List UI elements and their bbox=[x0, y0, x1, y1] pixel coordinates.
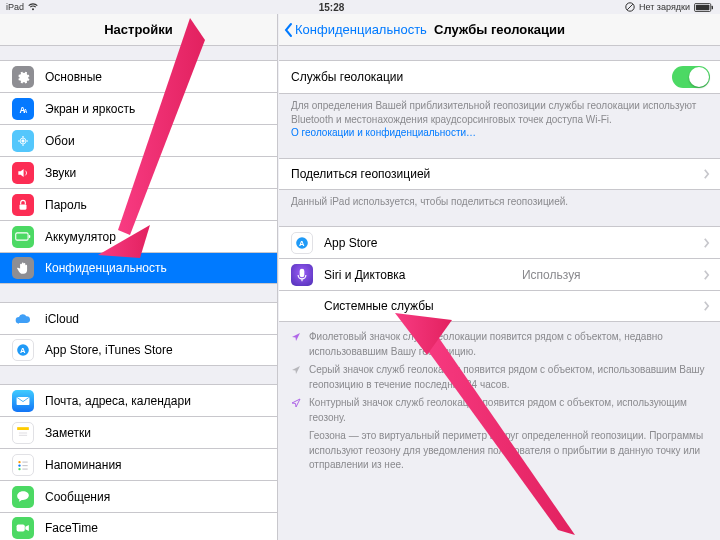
wallpaper-icon bbox=[16, 134, 30, 148]
share-footer: Данный iPad используется, чтобы поделить… bbox=[279, 190, 720, 209]
app-row-appstore[interactable]: A App Store bbox=[279, 226, 720, 258]
location-switch[interactable] bbox=[672, 66, 710, 88]
sidebar-group-device: Основные AA Экран и яркость Обои Звуки П… bbox=[0, 60, 277, 284]
sidebar-item-label: Аккумулятор bbox=[45, 230, 116, 244]
status-bar: iPad 15:28 Нет зарядки bbox=[0, 0, 720, 14]
svg-point-23 bbox=[18, 460, 20, 462]
location-services-toggle-row[interactable]: Службы геолокации bbox=[279, 60, 720, 94]
appstore-icon: A bbox=[16, 343, 30, 357]
svg-point-11 bbox=[18, 140, 20, 142]
svg-rect-4 bbox=[696, 4, 710, 9]
wifi-icon bbox=[28, 3, 38, 11]
sidebar-item-mail[interactable]: Почта, адреса, календари bbox=[0, 384, 277, 416]
svg-rect-15 bbox=[29, 235, 30, 238]
svg-rect-20 bbox=[17, 430, 29, 439]
toggle-footer: Для определения Вашей приблизительной ге… bbox=[279, 94, 720, 140]
svg-rect-3 bbox=[712, 5, 713, 9]
svg-point-24 bbox=[18, 464, 20, 466]
back-label: Конфиденциальность bbox=[295, 22, 427, 37]
battery-icon bbox=[694, 3, 714, 12]
icloud-icon bbox=[15, 313, 31, 325]
sidebar-item-messages[interactable]: Сообщения bbox=[0, 480, 277, 512]
sidebar-item-sounds[interactable]: Звуки bbox=[0, 156, 277, 188]
svg-line-1 bbox=[627, 4, 633, 10]
sidebar-item-label: App Store, iTunes Store bbox=[45, 343, 173, 357]
detail-pane: Конфиденциальность Службы геолокации Слу… bbox=[279, 14, 720, 540]
not-charging-icon bbox=[625, 2, 635, 12]
sidebar-item-general[interactable]: Основные bbox=[0, 60, 277, 92]
toggle-label: Службы геолокации bbox=[291, 70, 403, 84]
sidebar-item-label: Почта, адреса, календари bbox=[45, 394, 191, 408]
facetime-icon bbox=[16, 523, 30, 533]
svg-point-25 bbox=[18, 467, 20, 469]
app-row-siri[interactable]: Siri и Диктовка Используя bbox=[279, 258, 720, 290]
share-location-group: Поделиться геопозицией bbox=[279, 158, 720, 190]
sidebar-item-label: Напоминания bbox=[45, 458, 122, 472]
sidebar-title: Настройки bbox=[104, 22, 173, 37]
svg-rect-29 bbox=[17, 525, 25, 532]
location-toggle-group: Службы геолокации bbox=[279, 60, 720, 94]
detail-title: Службы геолокации bbox=[434, 22, 565, 37]
sidebar-item-icloud[interactable]: iCloud bbox=[0, 302, 277, 334]
lock-icon bbox=[16, 198, 30, 212]
back-button[interactable]: Конфиденциальность bbox=[283, 22, 427, 38]
app-list-group: A App Store Siri и Диктовка Используя Си… bbox=[279, 226, 720, 322]
svg-rect-32 bbox=[300, 268, 305, 277]
chevron-right-icon bbox=[703, 300, 710, 312]
sidebar-item-label: Экран и яркость bbox=[45, 102, 135, 116]
notes-icon bbox=[16, 426, 30, 440]
svg-rect-14 bbox=[16, 233, 28, 240]
sidebar-item-appstore[interactable]: A App Store, iTunes Store bbox=[0, 334, 277, 366]
app-label: Siri и Диктовка bbox=[324, 268, 406, 282]
reminders-icon bbox=[16, 458, 30, 472]
gear-icon bbox=[16, 70, 30, 84]
sidebar-group-apps: Почта, адреса, календари Заметки Напомин… bbox=[0, 384, 277, 540]
brightness-icon: AA bbox=[16, 102, 30, 116]
settings-sidebar: Настройки Основные AA Экран и яркость Об… bbox=[0, 14, 278, 540]
charging-label: Нет зарядки bbox=[639, 2, 690, 12]
svg-text:A: A bbox=[24, 107, 28, 113]
sidebar-item-reminders[interactable]: Напоминания bbox=[0, 448, 277, 480]
sidebar-item-label: Обои bbox=[45, 134, 75, 148]
messages-icon bbox=[16, 490, 30, 503]
share-location-row[interactable]: Поделиться геопозицией bbox=[279, 158, 720, 190]
battery-item-icon bbox=[15, 232, 31, 241]
sidebar-item-notes[interactable]: Заметки bbox=[0, 416, 277, 448]
hand-icon bbox=[16, 261, 30, 275]
svg-point-10 bbox=[22, 144, 24, 146]
svg-point-8 bbox=[22, 139, 24, 141]
sidebar-item-label: Сообщения bbox=[45, 490, 110, 504]
sidebar-item-label: Звуки bbox=[45, 166, 76, 180]
siri-icon bbox=[297, 268, 307, 282]
sidebar-item-battery[interactable]: Аккумулятор bbox=[0, 220, 277, 252]
svg-point-9 bbox=[22, 136, 24, 138]
share-label: Поделиться геопозицией bbox=[291, 167, 430, 181]
sidebar-item-facetime[interactable]: FaceTime bbox=[0, 512, 277, 540]
detail-header: Конфиденциальность Службы геолокации bbox=[279, 14, 720, 46]
chevron-right-icon bbox=[703, 237, 710, 249]
clock: 15:28 bbox=[38, 2, 625, 13]
svg-text:A: A bbox=[20, 346, 26, 355]
location-arrow-purple-icon bbox=[291, 332, 301, 342]
sidebar-item-label: FaceTime bbox=[45, 521, 98, 535]
chevron-left-icon bbox=[283, 22, 293, 38]
sidebar-item-label: Основные bbox=[45, 70, 102, 84]
sidebar-item-privacy[interactable]: Конфиденциальность bbox=[0, 252, 277, 284]
chevron-right-icon bbox=[703, 269, 710, 281]
about-privacy-link[interactable]: О геолокации и конфиденциальности… bbox=[291, 127, 476, 138]
sidebar-group-account: iCloud A App Store, iTunes Store bbox=[0, 302, 277, 366]
device-label: iPad bbox=[6, 2, 24, 12]
app-status: Используя bbox=[522, 268, 581, 282]
sidebar-item-label: Пароль bbox=[45, 198, 87, 212]
sidebar-item-display[interactable]: AA Экран и яркость bbox=[0, 92, 277, 124]
svg-rect-19 bbox=[17, 427, 29, 430]
app-row-system-services[interactable]: Системные службы bbox=[279, 290, 720, 322]
mail-icon bbox=[16, 396, 30, 406]
sidebar-item-wallpaper[interactable]: Обои bbox=[0, 124, 277, 156]
chevron-right-icon bbox=[703, 168, 710, 180]
sidebar-item-passcode[interactable]: Пароль bbox=[0, 188, 277, 220]
app-label: App Store bbox=[324, 236, 377, 250]
location-legend: Фиолетовый значок служб геолокации появи… bbox=[279, 322, 720, 473]
sidebar-item-label: Конфиденциальность bbox=[45, 261, 167, 275]
location-arrow-gray-icon bbox=[291, 365, 301, 375]
